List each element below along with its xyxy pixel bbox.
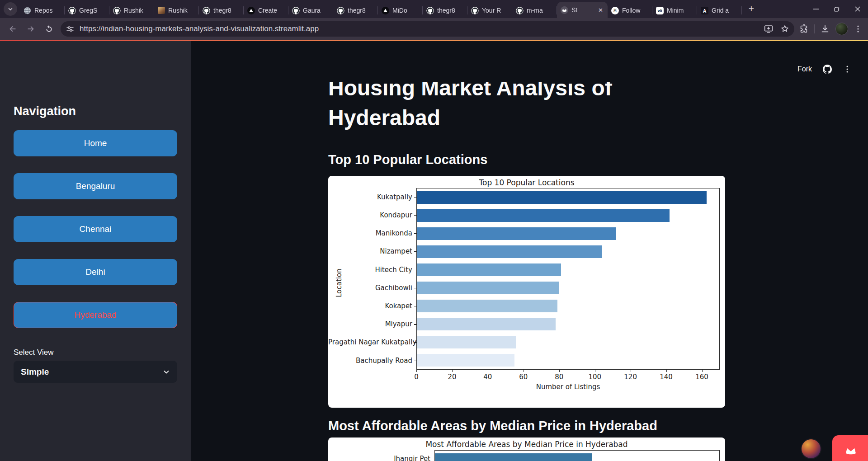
browser-tab[interactable]: MiDo: [378, 3, 423, 18]
minimize-icon: [813, 6, 819, 12]
url-text: https://indian-housing-markets-analysis-…: [80, 24, 764, 33]
new-tab-button[interactable]: +: [745, 2, 758, 16]
browser-tab[interactable]: Your R: [467, 3, 512, 18]
browser-tab[interactable]: Gaura: [288, 3, 333, 18]
sidebar-button-home[interactable]: Home: [14, 130, 177, 156]
browser-tab[interactable]: St✕: [557, 2, 608, 18]
browser-tab[interactable]: thegr8: [333, 3, 378, 18]
tab-title: m-ma: [527, 7, 553, 14]
profile-avatar[interactable]: [835, 23, 848, 35]
nav-buttons: HomeBengaluruChennaiDelhiHyderabad: [14, 130, 177, 328]
browser-tab[interactable]: Rushik: [154, 3, 199, 18]
tab-title: Rushik: [168, 7, 195, 14]
github-icon: [471, 7, 479, 14]
tab-title: Gaura: [303, 7, 330, 14]
fork-button[interactable]: Fork: [797, 65, 812, 73]
restore-button[interactable]: [826, 0, 847, 18]
minimize-button[interactable]: [806, 0, 826, 18]
browser-tab[interactable]: thegr8: [423, 3, 467, 18]
browser-tab[interactable]: Repos: [20, 3, 65, 18]
vercel-icon: [247, 7, 255, 14]
browser-tab[interactable]: v0Minim: [652, 3, 697, 18]
bar-row: [417, 315, 719, 333]
svg-text:✳: ✳: [613, 7, 618, 13]
globe-icon: [24, 7, 31, 14]
x-tick-label: 0: [414, 373, 419, 381]
extensions-icon[interactable]: [799, 24, 809, 34]
bar-4: [417, 263, 561, 276]
tabs-container: ReposGregSRushikRushikthegr8CreateGaurat…: [20, 0, 742, 18]
tab-title: Create: [258, 7, 285, 14]
close-icon: [855, 6, 860, 12]
forward-button[interactable]: [22, 20, 40, 38]
bookmark-star-icon[interactable]: [780, 24, 790, 34]
bar-row: [417, 333, 719, 351]
sidebar-button-bengaluru[interactable]: Bengaluru: [14, 173, 177, 199]
sidebar-button-hyderabad[interactable]: Hyderabad: [14, 302, 177, 328]
app-menu-button[interactable]: [843, 65, 852, 74]
bar-row: [417, 207, 719, 225]
plot-area: [434, 450, 720, 461]
y-tick-label: Nizampet: [328, 247, 412, 255]
browser-tab[interactable]: thegr8: [199, 3, 244, 18]
bar-6: [417, 300, 557, 312]
tab-close-icon[interactable]: ✕: [597, 7, 604, 14]
svg-text:A: A: [703, 8, 707, 13]
back-icon: [8, 24, 18, 34]
streamlit-app: Navigation HomeBengaluruChennaiDelhiHyde…: [0, 41, 868, 461]
browser-menu-icon[interactable]: [854, 24, 863, 33]
page-title: Housing Market Analysis of Hyderabad: [328, 82, 725, 133]
downloads-icon[interactable]: [820, 24, 830, 34]
bar-3: [417, 245, 602, 258]
bar-1: [417, 209, 670, 222]
creator-avatar[interactable]: [801, 438, 821, 459]
browser-tab[interactable]: Create: [244, 3, 288, 18]
browser-tab[interactable]: Rushik: [109, 3, 154, 18]
x-tick-label: 100: [588, 373, 601, 381]
github-icon: [516, 7, 524, 14]
chart-affordable-areas: Most Affordable Areas by Median Price in…: [328, 437, 725, 461]
chevron-down-icon: [163, 368, 170, 376]
streamlit-icon: [561, 6, 568, 14]
astro-icon: A: [701, 7, 708, 14]
tab-title: GregS: [79, 7, 106, 14]
sidebar-button-delhi[interactable]: Delhi: [14, 259, 177, 285]
bar-9: [417, 354, 514, 367]
browser-tab[interactable]: ✳Follow: [608, 3, 652, 18]
app-header-actions: Fork: [797, 64, 852, 75]
tab-title: MiDo: [392, 7, 419, 14]
openai-icon: ✳: [611, 7, 619, 14]
github-icon: [68, 7, 76, 14]
toolbar-actions: [799, 23, 863, 35]
tab-title: Minim: [667, 7, 693, 14]
address-bar[interactable]: https://indian-housing-markets-analysis-…: [61, 21, 794, 37]
y-tick-label: Kukatpally: [328, 193, 412, 201]
x-tick-label: 40: [483, 373, 492, 381]
tab-search-button[interactable]: [4, 2, 17, 16]
browser-toolbar: https://indian-housing-markets-analysis-…: [0, 18, 868, 40]
bar-row: [435, 451, 719, 461]
tab-title: thegr8: [348, 7, 374, 14]
browser-tab[interactable]: AGrid a: [697, 3, 742, 18]
back-button[interactable]: [4, 20, 22, 38]
reload-button[interactable]: [40, 20, 58, 38]
browser-tab[interactable]: GregS: [65, 3, 109, 18]
page-content: Housing Market Analysis of Hyderabad Top…: [191, 82, 868, 461]
section-heading-popular-locations: Top 10 Popular Locations: [328, 151, 725, 169]
v0-icon: v0: [656, 7, 664, 14]
x-tick-label: 20: [448, 373, 456, 381]
bar-row: [417, 225, 719, 243]
github-icon[interactable]: [822, 64, 833, 75]
select-view-label: Select View: [14, 348, 177, 357]
install-app-icon[interactable]: [764, 24, 774, 34]
tab-title: Rushik: [124, 7, 151, 14]
y-tick-label: Jhangir Pet: [328, 455, 430, 461]
sidebar-button-chennai[interactable]: Chennai: [14, 216, 177, 242]
y-tick-label: Kokapet: [328, 302, 412, 310]
browser-tab[interactable]: m-ma: [512, 3, 557, 18]
streamlit-badge[interactable]: [832, 435, 868, 461]
select-view-dropdown[interactable]: Simple: [14, 361, 177, 383]
close-button[interactable]: [847, 0, 868, 18]
github-icon: [113, 7, 121, 14]
tab-title: thegr8: [213, 7, 240, 14]
